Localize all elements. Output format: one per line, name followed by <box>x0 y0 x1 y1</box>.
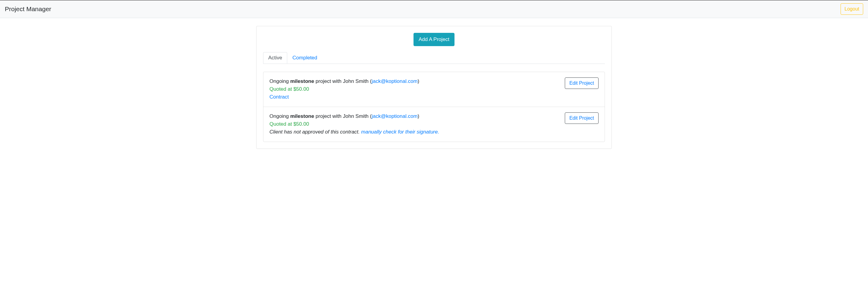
project-pending-line: Client has not approved of this contract… <box>270 128 439 136</box>
tab-completed[interactable]: Completed <box>287 52 322 64</box>
project-item: Ongoing milestone project with John Smit… <box>264 72 604 107</box>
add-project-button[interactable]: Add A Project <box>413 33 455 46</box>
tab-active[interactable]: Active <box>263 52 287 64</box>
project-info: Ongoing milestone project with John Smit… <box>270 113 439 136</box>
project-email-link[interactable]: jack@koptional.com <box>372 79 417 84</box>
project-email-link[interactable]: jack@koptional.com <box>372 113 417 119</box>
project-quote: Quoted at $50.00 <box>270 85 419 93</box>
navbar-brand[interactable]: Project Manager <box>5 5 51 13</box>
project-close-paren: ) <box>418 113 420 119</box>
project-type: milestone <box>290 113 314 119</box>
edit-project-button[interactable]: Edit Project <box>565 78 598 89</box>
project-quote: Quoted at $50.00 <box>270 120 439 128</box>
navbar: Project Manager Logout <box>0 0 868 18</box>
logout-button[interactable]: Logout <box>841 3 863 15</box>
projects-card: Add A Project Active Completed Ongoing m… <box>256 26 612 149</box>
contract-link[interactable]: Contract <box>270 94 289 100</box>
tabs: Active Completed <box>263 52 605 64</box>
project-type: milestone <box>290 79 314 84</box>
pending-text: Client has not approved of this contract… <box>270 129 361 135</box>
project-title-line: Ongoing milestone project with John Smit… <box>270 113 439 120</box>
project-title-line: Ongoing milestone project with John Smit… <box>270 78 419 85</box>
project-item: Ongoing milestone project with John Smit… <box>264 107 604 142</box>
project-with: project with John Smith ( <box>314 113 372 119</box>
project-info: Ongoing milestone project with John Smit… <box>270 78 419 101</box>
project-close-paren: ) <box>418 79 420 84</box>
project-prefix: Ongoing <box>270 113 290 119</box>
project-with: project with John Smith ( <box>314 79 372 84</box>
edit-project-button[interactable]: Edit Project <box>565 113 598 124</box>
project-list: Ongoing milestone project with John Smit… <box>263 72 605 142</box>
project-prefix: Ongoing <box>270 79 290 84</box>
check-signature-link[interactable]: manually check for their signature. <box>361 129 439 135</box>
